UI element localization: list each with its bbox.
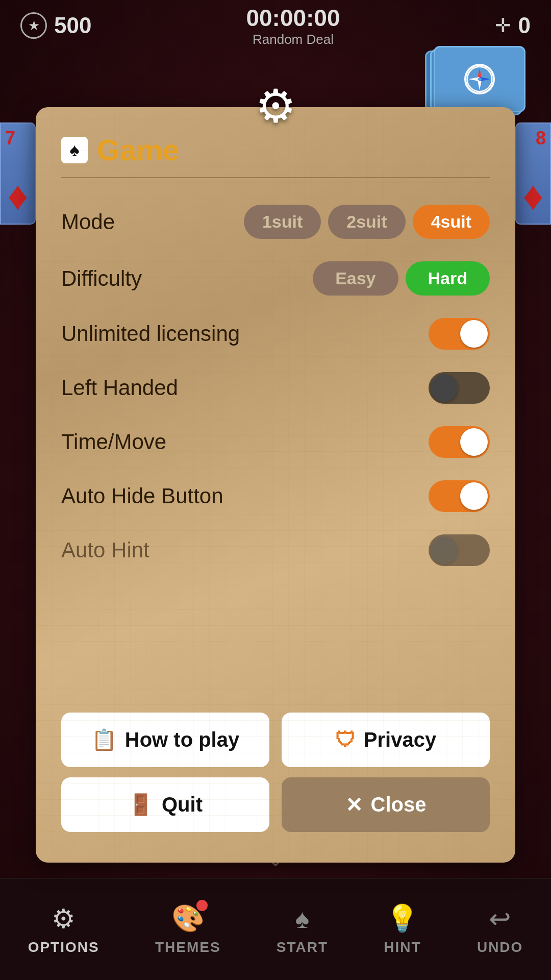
auto-hide-toggle[interactable]: [429, 480, 490, 512]
timer-section: 00:00:00 Random Deal: [246, 4, 340, 47]
difficulty-easy-button[interactable]: Easy: [313, 261, 398, 296]
auto-hint-toggle[interactable]: [429, 534, 490, 566]
time-move-label: Time/Move: [61, 430, 166, 454]
auto-hide-row: Auto Hide Button: [61, 469, 490, 523]
options-icon: ⚙: [52, 903, 76, 934]
hint-label: HINT: [384, 939, 421, 955]
quit-label: Quit: [162, 793, 203, 816]
svg-marker-4: [480, 77, 491, 82]
close-button[interactable]: ✕ Close: [282, 777, 490, 832]
left-handed-row: Left Handed: [61, 361, 490, 415]
settings-content: Mode 1suit 2suit 4suit Difficulty Easy H…: [61, 178, 490, 704]
card-suit-right: ♦: [523, 173, 544, 219]
undo-label: UNDO: [477, 939, 523, 955]
score-value: 500: [54, 13, 91, 38]
undo-icon: ↩: [489, 903, 511, 934]
close-icon: ✕: [345, 793, 363, 817]
difficulty-buttons: Easy Hard: [313, 261, 490, 296]
start-icon: ♠: [295, 903, 310, 934]
moves-section: ✛ 0: [495, 13, 531, 38]
privacy-icon: 🛡: [335, 728, 356, 751]
difficulty-label: Difficulty: [61, 266, 142, 291]
toggle-knob: [460, 320, 488, 348]
mode-row: Mode 1suit 2suit 4suit: [61, 193, 490, 250]
left-handed-label: Left Handed: [61, 376, 178, 400]
how-to-play-button[interactable]: 📋 How to play: [61, 713, 269, 767]
dialog-title: Game: [97, 133, 179, 167]
deck-visual: [434, 46, 525, 112]
mode-buttons: 1suit 2suit 4suit: [244, 205, 490, 239]
svg-marker-3: [468, 77, 480, 82]
top-bar: ★ 500 00:00:00 Random Deal ✛ 0: [0, 0, 551, 51]
mode-2suit-button[interactable]: 2suit: [328, 205, 405, 239]
privacy-label: Privacy: [364, 728, 436, 751]
difficulty-row: Difficulty Easy Hard: [61, 250, 490, 307]
themes-label: THEMES: [155, 939, 221, 955]
toggle-knob-auto-hint: [431, 536, 458, 564]
toggle-knob-time: [460, 428, 488, 456]
card-number: 7: [5, 128, 15, 149]
time-move-toggle[interactable]: [429, 426, 490, 458]
left-handed-toggle[interactable]: [429, 372, 490, 404]
score-section: ★ 500: [20, 12, 91, 39]
nav-start[interactable]: ♠ START: [261, 898, 343, 961]
nav-options[interactable]: ⚙ OPTIONS: [13, 898, 115, 961]
nav-themes[interactable]: 🎨 THEMES: [140, 898, 236, 961]
second-button-row: 🚪 Quit ✕ Close: [61, 777, 490, 832]
options-label: OPTIONS: [28, 939, 99, 955]
difficulty-hard-button[interactable]: Hard: [406, 261, 490, 296]
deal-type-label: Random Deal: [246, 32, 340, 47]
bottom-buttons: 📋 How to play 🛡 Privacy 🚪 Quit ✕ Close: [61, 704, 490, 842]
card-stack-right: 8 ♦: [510, 122, 551, 235]
start-label: START: [277, 939, 328, 955]
settings-dialog: ♠ Game Mode 1suit 2suit 4suit Difficulty…: [36, 107, 515, 863]
card-deck-right[interactable]: [434, 46, 536, 117]
unlimited-licensing-label: Unlimited licensing: [61, 322, 240, 346]
time-move-row: Time/Move: [61, 415, 490, 469]
unlimited-licensing-toggle[interactable]: [429, 318, 490, 350]
mode-4suit-button[interactable]: 4suit: [413, 205, 490, 239]
how-to-play-icon: 📋: [91, 728, 117, 752]
bottom-nav: ⚙ OPTIONS 🎨 THEMES ♠ START 💡 HINT ↩ UNDO: [0, 878, 551, 980]
toggle-knob-off: [431, 374, 458, 402]
how-to-play-label: How to play: [125, 728, 239, 751]
compass-icon: [464, 64, 495, 94]
card-left: 7 ♦: [0, 122, 36, 225]
first-button-row: 📋 How to play 🛡 Privacy: [61, 713, 490, 767]
nav-hint[interactable]: 💡 HINT: [368, 898, 436, 961]
unlimited-licensing-row: Unlimited licensing: [61, 307, 490, 361]
card-suit: ♦: [8, 173, 29, 219]
quit-icon: 🚪: [128, 793, 154, 817]
auto-hide-label: Auto Hide Button: [61, 484, 223, 508]
star-icon: ★: [20, 12, 47, 39]
card-right: 8 ♦: [515, 122, 551, 225]
mode-label: Mode: [61, 210, 115, 234]
timer-display: 00:00:00: [246, 4, 340, 32]
card-stack-left: 7 ♦: [0, 122, 41, 235]
auto-hint-row: Auto Hint: [61, 523, 490, 577]
privacy-button[interactable]: 🛡 Privacy: [282, 713, 490, 767]
moves-value: 0: [518, 13, 531, 38]
move-icon: ✛: [495, 14, 511, 37]
toggle-knob-auto-hide: [460, 482, 488, 510]
hint-icon: 💡: [386, 903, 419, 934]
spade-icon: ♠: [61, 137, 88, 163]
settings-gear-icon: ⚙: [255, 79, 296, 133]
close-label: Close: [371, 793, 427, 816]
auto-hint-label: Auto Hint: [61, 538, 149, 562]
themes-badge-container: 🎨: [171, 903, 205, 934]
themes-notification-badge: [196, 900, 208, 911]
nav-undo[interactable]: ↩ UNDO: [462, 898, 538, 961]
mode-1suit-button[interactable]: 1suit: [244, 205, 321, 239]
quit-button[interactable]: 🚪 Quit: [61, 777, 269, 832]
card-number-right: 8: [536, 128, 546, 149]
